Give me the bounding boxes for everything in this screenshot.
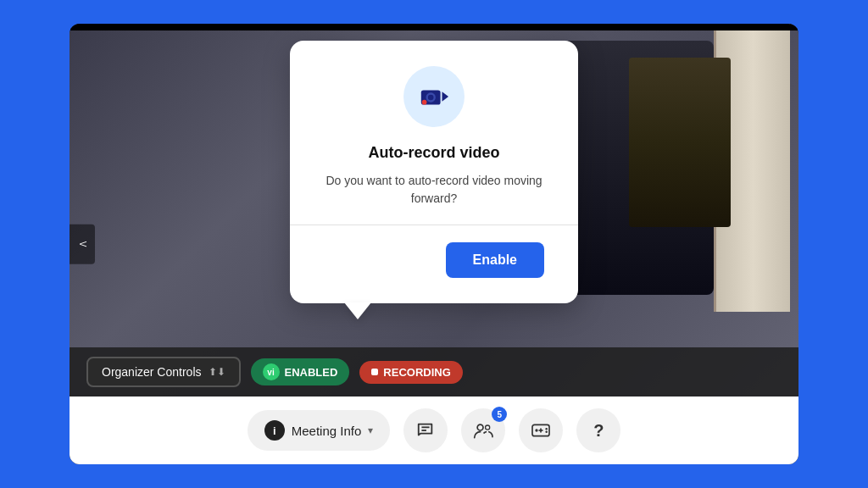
chat-icon	[416, 421, 435, 440]
recording-label: RECORDING	[383, 366, 450, 379]
recording-dot-icon	[371, 369, 378, 375]
meeting-info-label: Meeting Info	[292, 424, 362, 438]
participant-count-badge: 5	[492, 407, 507, 422]
organizer-controls-label: Organizer Controls	[102, 365, 202, 379]
left-panel-letter: V	[78, 241, 87, 247]
activities-icon	[531, 422, 551, 439]
chat-button[interactable]	[403, 408, 448, 452]
dialog-wrapper: Auto-record video Do you want to auto-re…	[290, 41, 578, 319]
dialog-divider	[290, 225, 578, 225]
controls-bar: Organizer Controls ⬆⬇ vi ENABLED RECORDI…	[70, 347, 798, 396]
chevron-icon: ⬆⬇	[209, 366, 225, 378]
dialog-body: Do you want to auto-record video moving …	[324, 172, 544, 208]
left-panel-hint: V	[70, 225, 95, 264]
activities-button[interactable]	[519, 408, 563, 452]
shelf-item-2	[654, 108, 722, 130]
svg-point-8	[486, 425, 490, 430]
participants-button[interactable]: 5	[461, 408, 505, 452]
svg-point-14	[546, 430, 548, 433]
organizer-controls-button[interactable]: Organizer Controls ⬆⬇	[86, 357, 241, 387]
enabled-label: ENABLED	[285, 366, 338, 379]
recording-badge: RECORDING	[359, 361, 462, 384]
chevron-down-icon: ▾	[368, 424, 373, 436]
help-icon: ?	[593, 421, 604, 441]
dialog-title: Auto-record video	[324, 144, 544, 162]
svg-marker-3	[442, 92, 449, 101]
dialog-tail	[344, 302, 371, 319]
main-container: V Auto-record video Do you want to auto-…	[70, 24, 798, 464]
door-frame	[714, 24, 790, 312]
participants-icon	[473, 421, 493, 440]
bottom-toolbar: i Meeting Info ▾ 5	[70, 396, 798, 464]
top-bar	[70, 24, 798, 30]
svg-point-2	[428, 95, 434, 101]
dialog-icon-circle	[403, 66, 465, 127]
vi-avatar: vi	[263, 363, 280, 380]
svg-point-10	[536, 429, 538, 431]
camera-record-icon	[418, 80, 450, 113]
info-icon: i	[264, 420, 285, 441]
svg-point-7	[477, 424, 483, 430]
svg-point-4	[422, 100, 427, 105]
meeting-info-button[interactable]: i Meeting Info ▾	[248, 410, 391, 451]
svg-point-13	[546, 428, 548, 430]
auto-record-dialog: Auto-record video Do you want to auto-re…	[290, 41, 578, 303]
shelf-item-1	[637, 75, 722, 100]
enable-button[interactable]: Enable	[446, 242, 544, 278]
help-button[interactable]: ?	[576, 408, 620, 452]
enabled-badge: vi ENABLED	[251, 358, 350, 385]
dialog-actions: Enable	[324, 242, 544, 278]
